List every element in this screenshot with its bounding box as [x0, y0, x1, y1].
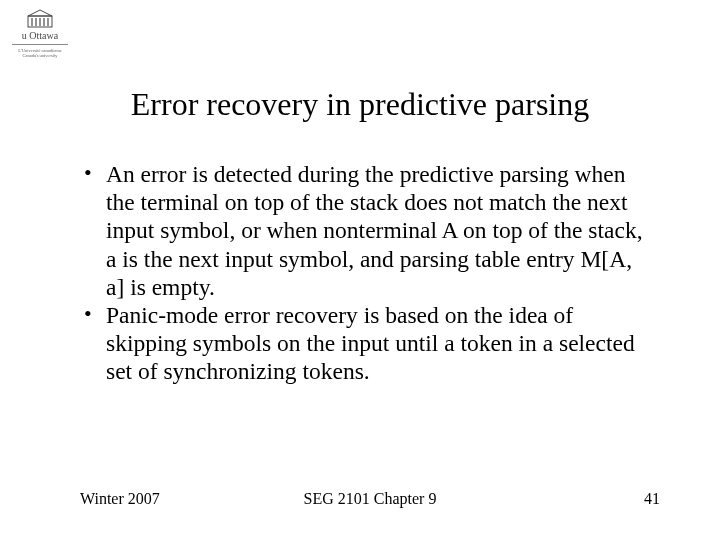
logo-name: u Ottawa	[10, 30, 70, 41]
bullet-item: An error is detected during the predicti…	[80, 160, 650, 301]
svg-marker-1	[28, 10, 52, 16]
footer-page-number: 41	[467, 490, 660, 508]
footer-course: SEG 2101 Chapter 9	[273, 490, 466, 508]
bullet-list: An error is detected during the predicti…	[80, 160, 650, 386]
slide-footer: Winter 2007 SEG 2101 Chapter 9 41	[80, 490, 660, 508]
logo-divider	[12, 44, 68, 45]
bullet-item: Panic-mode error recovery is based on th…	[80, 301, 650, 386]
logo-subtitle-2: Canada's university	[10, 53, 70, 58]
footer-term: Winter 2007	[80, 490, 273, 508]
university-logo: u Ottawa L'Université canadienne Canada'…	[10, 8, 70, 59]
slide-title: Error recovery in predictive parsing	[0, 86, 720, 123]
building-icon	[26, 8, 54, 28]
